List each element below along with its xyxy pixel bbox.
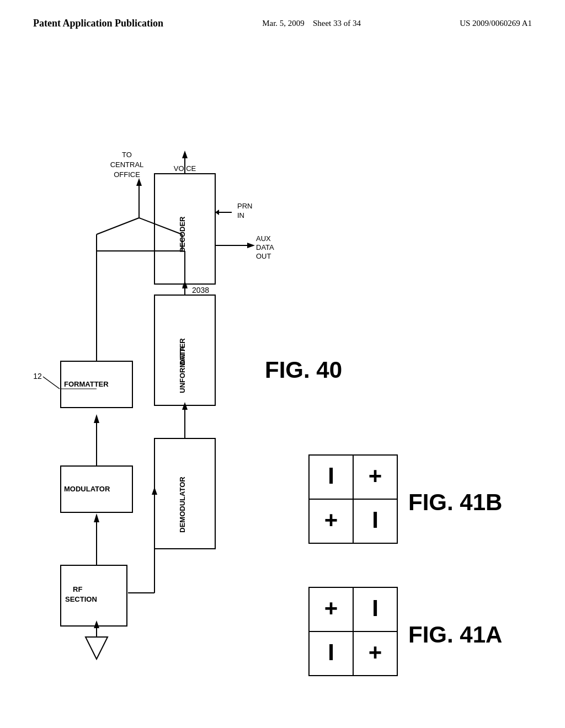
modulator-label: MODULATOR	[64, 485, 110, 493]
mod-to-fmt-arrow	[94, 414, 99, 423]
rf-section-label: RF	[73, 585, 82, 593]
page-header: Patent Application Publication Mar. 5, 2…	[0, 0, 565, 36]
aux-data-arrow	[247, 243, 255, 248]
brace-left-diag	[97, 218, 139, 234]
sheet-info: Sheet 33 of 34	[313, 19, 361, 28]
patent-number: US 2009/0060269 A1	[460, 17, 532, 30]
to-central-office-label: TO	[122, 151, 132, 159]
ref-12-label: 12	[33, 372, 42, 381]
rf-to-mod-arrow	[94, 513, 99, 522]
pub-date: Mar. 5, 2009	[262, 19, 305, 28]
antenna-symbol	[86, 637, 108, 659]
prn-in-label2: IN	[237, 211, 244, 220]
grid-41a-bl: I	[328, 639, 334, 665]
grid-41a-br: +	[369, 639, 382, 665]
ref-2038: 2038	[192, 286, 209, 295]
grid-41b-br: I	[372, 507, 379, 533]
fig41a-label: FIG. 41A	[408, 622, 502, 647]
grid-41a-tr: I	[372, 595, 379, 621]
data-unformatter-label2: UNFORMATTER	[178, 338, 186, 393]
diagram-area: RF SECTION MODULATOR FORMATTER TO CENTRA…	[0, 36, 565, 709]
to-central-arrow	[136, 178, 142, 186]
rf-section-label2: SECTION	[65, 595, 97, 603]
grid-41b-tr: +	[369, 463, 382, 489]
publication-title: Patent Application Publication	[33, 17, 163, 30]
fig40-label: FIG. 40	[265, 357, 342, 383]
aux-data-label3: OUT	[256, 252, 271, 260]
prn-in-arrow	[215, 210, 219, 215]
brace-right-diag	[139, 218, 182, 234]
publication-date-sheet: Mar. 5, 2009 Sheet 33 of 34	[262, 17, 361, 30]
aux-data-label: AUX	[256, 234, 271, 243]
to-central-office-label3: OFFICE	[114, 170, 140, 179]
antenna-to-rf-arrow	[94, 620, 99, 628]
decoder-label: DECODER	[178, 216, 186, 253]
aux-data-label2: DATA	[256, 243, 274, 251]
prn-in-label: PRN	[237, 202, 252, 210]
ref-12-arrow-line	[43, 377, 60, 389]
rf-to-demod-arrow	[152, 487, 157, 495]
formatter-label: FORMATTER	[64, 380, 109, 388]
grid-41a-tl: +	[324, 595, 338, 621]
grid-41b-bl: +	[324, 507, 338, 533]
to-central-office-label2: CENTRAL	[110, 160, 144, 169]
demodulator-label: DEMODULATOR	[178, 477, 186, 533]
decoder-to-voice-arrow	[182, 151, 188, 158]
fig41b-label: FIG. 41B	[408, 489, 502, 515]
grid-41b-tl: I	[328, 463, 334, 489]
main-svg: RF SECTION MODULATOR FORMATTER TO CENTRA…	[0, 36, 565, 709]
